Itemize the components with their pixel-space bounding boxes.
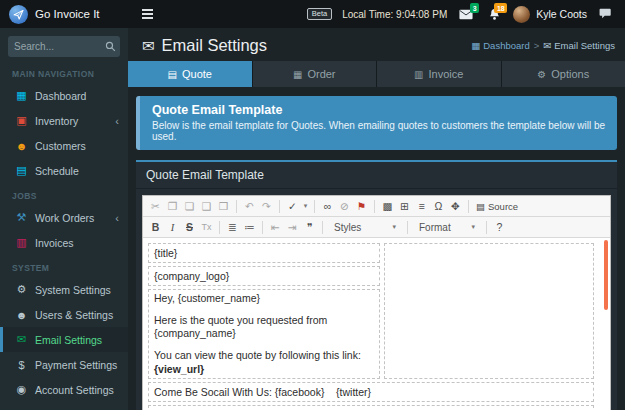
file-icon: ▥ — [414, 69, 423, 80]
sidebar-item-invoices[interactable]: ▥ Invoices — [0, 230, 128, 255]
envelope-icon: ✉ — [142, 37, 155, 55]
email-template-tabs: ▤ Quote ▦ Order ▥ Invoice ⚙ Options — [128, 61, 625, 87]
main-content: ✉ Email Settings ▦ Dashboard > ✉ Email S… — [128, 28, 625, 410]
insert-image-icon[interactable]: ▩ — [380, 199, 395, 214]
source-button[interactable]: ▤ Source — [473, 201, 521, 212]
sidebar-item-email-settings[interactable]: ✉ Email Settings — [0, 327, 128, 352]
template-field-footer[interactable]: {company_copyright} This email was inten… — [148, 405, 594, 410]
editor-content[interactable]: {title} {company_logo} Hey, {customer_na… — [143, 238, 610, 410]
tab-invoice[interactable]: ▥ Invoice — [377, 61, 502, 87]
copy-icon[interactable]: ❐ — [165, 199, 180, 214]
avatar — [513, 6, 530, 23]
sidebar-item-dashboard[interactable]: ▦ Dashboard — [0, 83, 128, 108]
redo-icon[interactable]: ↷ — [259, 199, 274, 214]
invoice-icon: ▥ — [13, 236, 30, 249]
bold-icon[interactable]: B — [148, 220, 163, 235]
tab-order[interactable]: ▦ Order — [253, 61, 378, 87]
sidebar-item-inventory[interactable]: ▣ Inventory ‹ — [0, 108, 128, 133]
notifications-count-badge: 18 — [494, 3, 507, 13]
sidebar-item-label: Payment Settings — [35, 359, 117, 371]
format-dropdown[interactable]: Format ▾ — [414, 222, 480, 233]
outdent-icon[interactable]: ⇤ — [268, 220, 283, 235]
paste-text-icon[interactable]: ❑ — [199, 199, 214, 214]
spellcheck-caret-icon[interactable]: ▾ — [302, 199, 309, 214]
italic-icon[interactable]: I — [165, 220, 180, 235]
sidebar-toggle-hamburger-icon[interactable] — [142, 9, 153, 19]
editor-toolbar-row2: B I S Tx ≣ ≔ ⇤ ⇥ ❞ Styles — [143, 217, 610, 238]
view-url-token: {view_url} — [154, 363, 204, 375]
link-icon[interactable]: ∞ — [320, 199, 335, 214]
messages-icon[interactable]: 3 — [457, 5, 475, 23]
remove-format-icon[interactable]: Tx — [199, 220, 214, 235]
paste-word-icon[interactable]: ❒ — [216, 199, 231, 214]
cut-icon[interactable]: ✂ — [148, 199, 163, 214]
sidebar-item-label: System Settings — [35, 284, 111, 296]
sidebar-item-customers[interactable]: ☻ Customers — [0, 133, 128, 158]
about-icon[interactable]: ? — [492, 220, 507, 235]
briefcase-icon: ▦ — [293, 69, 302, 80]
sidebar-item-schedule[interactable]: ▤ Schedule — [0, 158, 128, 183]
calendar-icon: ▤ — [13, 164, 30, 177]
source-icon: ▤ — [476, 201, 485, 212]
editor-scrollbar-thumb[interactable] — [604, 240, 608, 310]
envelope-icon: ✉ — [13, 333, 30, 346]
notifications-bell-icon[interactable]: 18 — [485, 5, 503, 23]
search-button[interactable] — [100, 36, 120, 57]
dashboard-icon: ▦ — [13, 89, 30, 102]
sidebar-item-account-settings[interactable]: ◉ Account Settings — [0, 377, 128, 402]
info-callout: Quote Email Template Below is the email … — [136, 96, 617, 150]
template-field-social[interactable]: Come Be Socail With Us: {facebook} {twit… — [148, 382, 594, 402]
template-field-title[interactable]: {title} — [148, 243, 380, 263]
tab-options[interactable]: ⚙ Options — [502, 61, 625, 87]
bullet-list-icon[interactable]: ≔ — [242, 220, 257, 235]
unlink-icon[interactable]: ⊘ — [337, 199, 352, 214]
messages-count-badge: 3 — [470, 3, 479, 13]
beta-badge: Beta — [307, 8, 332, 20]
sidebar-section-jobs: JOBS — [0, 183, 128, 205]
cogs-icon: ⚙ — [537, 69, 546, 80]
sidebar-item-label: Inventory — [35, 115, 78, 127]
box-icon: ▣ — [13, 114, 30, 127]
template-field-empty-region[interactable] — [384, 243, 594, 379]
sidebar-item-users-settings[interactable]: ☻ Users & Settings — [0, 302, 128, 327]
blockquote-icon[interactable]: ❞ — [302, 220, 317, 235]
greeting-line: Hey, {customer_name} — [154, 292, 374, 305]
strikethrough-icon[interactable]: S — [182, 220, 197, 235]
breadcrumb-current: ✉ Email Settings — [543, 40, 615, 51]
search-input[interactable] — [8, 36, 100, 57]
sidebar-item-label: Work Orders — [35, 212, 94, 224]
insert-table-icon[interactable]: ⊞ — [397, 199, 412, 214]
user-name: Kyle Coots — [536, 8, 587, 20]
breadcrumb-dashboard-link[interactable]: ▦ Dashboard — [471, 40, 529, 51]
template-field-message-body[interactable]: Hey, {customer_name} Here is the quote y… — [148, 289, 380, 379]
spellcheck-icon[interactable]: ✓ — [285, 199, 300, 214]
briefcase-icon: ⚒ — [13, 211, 30, 224]
undo-icon[interactable]: ↶ — [242, 199, 257, 214]
anchor-flag-icon[interactable]: ⚑ — [354, 199, 369, 214]
maximize-icon[interactable]: ✥ — [448, 199, 463, 214]
sidebar-item-label: Invoices — [35, 237, 74, 249]
person-circle-icon: ◉ — [13, 383, 30, 396]
content-header: ✉ Email Settings ▦ Dashboard > ✉ Email S… — [128, 28, 625, 61]
indent-icon[interactable]: ⇥ — [285, 220, 300, 235]
horizontal-rule-icon[interactable]: ≡ — [414, 199, 429, 214]
user-menu[interactable]: Kyle Coots — [513, 6, 587, 23]
template-field-company-logo[interactable]: {company_logo} — [148, 266, 380, 286]
paste-icon[interactable]: ❏ — [182, 199, 197, 214]
ordered-list-icon[interactable]: ≣ — [225, 220, 240, 235]
sidebar-item-system-settings[interactable]: ⚙ System Settings — [0, 277, 128, 302]
sidebar-item-label: Dashboard — [35, 90, 86, 102]
sidebar-search — [8, 36, 120, 57]
paper-plane-logo-icon — [9, 5, 28, 24]
styles-dropdown[interactable]: Styles ▾ — [329, 222, 401, 233]
sidebar-item-work-orders[interactable]: ⚒ Work Orders ‹ — [0, 205, 128, 230]
callout-title: Quote Email Template — [152, 103, 605, 117]
brand[interactable]: Go Invoice It — [0, 5, 128, 24]
sidebar-section-system: SYSTEM — [0, 255, 128, 277]
chat-icon[interactable] — [597, 5, 615, 23]
sidebar-item-payment-settings[interactable]: $ Payment Settings — [0, 352, 128, 377]
breadcrumb: ▦ Dashboard > ✉ Email Settings — [471, 40, 615, 51]
special-char-icon[interactable]: Ω — [431, 199, 446, 214]
tab-quote[interactable]: ▤ Quote — [128, 61, 253, 87]
user-gear-icon: ☻ — [13, 309, 30, 321]
